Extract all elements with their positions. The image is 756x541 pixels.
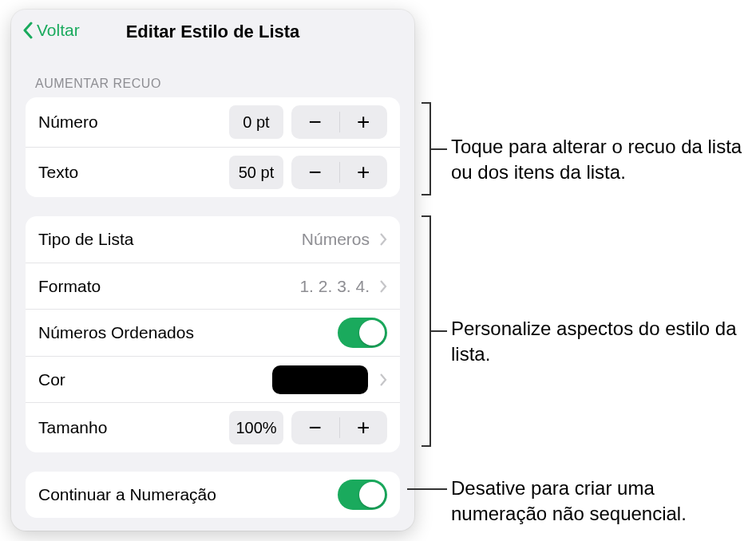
callout-text-2: Personalize aspectos do estilo da lista. (451, 316, 754, 368)
stepper-number-increase[interactable]: + (340, 105, 388, 139)
stepper-number: − + (291, 105, 387, 139)
chevron-right-icon (379, 233, 387, 246)
row-color[interactable]: Cor (26, 356, 400, 402)
stepper-number-decrease[interactable]: − (291, 105, 339, 139)
label-list-type: Tipo de Lista (38, 230, 302, 249)
label-ordered: Números Ordenados (38, 323, 338, 342)
row-continue-numbering: Continuar a Numeração (26, 472, 400, 518)
color-chip (272, 365, 368, 394)
callout-text-1: Toque para alterar o recuo da lista ou d… (451, 134, 754, 186)
switch-knob (359, 320, 385, 346)
value-text: 50 pt (229, 156, 283, 189)
value-format: 1. 2. 3. 4. (299, 277, 370, 296)
back-button[interactable]: Voltar (22, 21, 80, 40)
label-color: Cor (38, 370, 272, 389)
section-header-indent: Aumentar Recuo (11, 54, 414, 97)
stepper-text-decrease[interactable]: − (291, 156, 339, 189)
label-size: Tamanho (38, 418, 229, 437)
popover-title: Editar Estilo de Lista (126, 22, 300, 42)
popover-header: Voltar Editar Estilo de Lista (11, 10, 414, 54)
chevron-left-icon (22, 22, 34, 39)
row-number-indent: Número 0 pt − + (26, 97, 400, 147)
switch-continue[interactable] (338, 480, 387, 510)
switch-ordered[interactable] (338, 318, 387, 348)
stepper-size: − + (291, 411, 387, 444)
label-format: Formato (38, 277, 299, 296)
row-text-indent: Texto 50 pt − + (26, 147, 400, 197)
callout-line-2 (431, 330, 447, 332)
label-number: Número (38, 113, 229, 132)
callout-line-3 (407, 488, 447, 490)
label-text: Texto (38, 163, 229, 182)
switch-knob (359, 482, 385, 507)
chevron-right-icon (379, 373, 387, 386)
row-ordered-numbers: Números Ordenados (26, 309, 400, 356)
callout-line-1 (431, 148, 447, 150)
row-format[interactable]: Formato 1. 2. 3. 4. (26, 263, 400, 309)
style-group: Tipo de Lista Números Formato 1. 2. 3. 4… (26, 216, 400, 452)
indent-group: Número 0 pt − + Texto 50 pt − + (26, 97, 400, 197)
stepper-size-decrease[interactable]: − (291, 411, 339, 444)
row-list-type[interactable]: Tipo de Lista Números (26, 216, 400, 263)
stepper-text-increase[interactable]: + (340, 156, 388, 189)
stepper-text: − + (291, 156, 387, 189)
label-continue: Continuar a Numeração (38, 485, 338, 504)
value-size: 100% (229, 411, 283, 444)
row-size: Tamanho 100% − + (26, 402, 400, 452)
value-number: 0 pt (229, 105, 283, 139)
value-list-type: Números (302, 230, 370, 249)
back-label: Voltar (37, 21, 80, 40)
callout-text-3: Desative para criar uma numeração não se… (451, 476, 754, 527)
continue-group: Continuar a Numeração (26, 472, 400, 518)
stepper-size-increase[interactable]: + (340, 411, 388, 444)
chevron-right-icon (379, 280, 387, 293)
list-style-popover: Voltar Editar Estilo de Lista Aumentar R… (11, 10, 414, 531)
